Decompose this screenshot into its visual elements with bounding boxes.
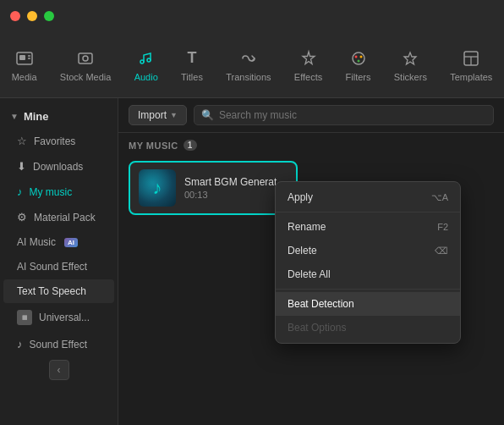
svg-point-10	[359, 55, 362, 58]
stickers-icon	[400, 48, 420, 69]
ctx-apply-shortcut: ⌥A	[431, 192, 448, 203]
sidebar-section-mine[interactable]: ▼ Mine	[0, 105, 118, 128]
sidebar-item-downloads[interactable]: ⬇ Downloads	[3, 154, 114, 179]
titles-icon: T	[182, 48, 202, 69]
music-thumbnail: ♪	[139, 169, 176, 207]
gear-icon: ⚙	[17, 211, 27, 224]
media-icon	[14, 48, 35, 69]
import-label: Import	[138, 109, 167, 121]
sidebar-item-universal[interactable]: ▦ Universal...	[3, 304, 114, 331]
svg-point-9	[354, 55, 357, 58]
ctx-delete-shortcut: ⌫	[435, 246, 448, 257]
sidebar-item-favorites-label: Favorites	[34, 135, 75, 147]
sidebar-item-my-music-label: My music	[30, 186, 73, 198]
chevron-down-icon: ▼	[10, 112, 19, 121]
svg-point-7	[147, 58, 151, 62]
nav-label-media: Media	[12, 72, 37, 82]
ctx-divider-1	[276, 212, 460, 212]
ctx-item-delete[interactable]: Delete ⌫	[276, 239, 460, 262]
search-box: 🔍	[194, 105, 494, 125]
nav-item-stock-media[interactable]: Stock Media	[50, 41, 122, 89]
ctx-delete-label: Delete	[288, 245, 317, 257]
nav-item-stickers[interactable]: Stickers	[384, 41, 437, 89]
svg-point-5	[83, 56, 88, 61]
filters-icon	[348, 48, 369, 69]
ctx-item-beat-options: Beat Options	[276, 316, 460, 339]
star-icon: ☆	[17, 135, 27, 147]
sidebar-item-my-music[interactable]: ♪ My music	[3, 179, 114, 204]
sidebar-section-label: Mine	[24, 110, 49, 123]
download-icon: ⬇	[17, 160, 26, 173]
nav-label-effects: Effects	[294, 72, 322, 82]
sidebar-item-ai-music-label: AI Music	[17, 236, 56, 248]
maximize-button[interactable]	[44, 11, 54, 21]
sidebar-item-ai-music[interactable]: AI Music AI	[3, 230, 114, 254]
sidebar-item-sound-effect[interactable]: ♪ Sound Effect	[3, 332, 114, 356]
nav-label-titles: Titles	[181, 72, 203, 82]
ctx-item-beat-detection[interactable]: Beat Detection	[276, 292, 460, 316]
nav-label-stock-media: Stock Media	[60, 72, 112, 82]
music-title: Smart BGM Generatio...	[184, 176, 288, 188]
nav-item-audio[interactable]: Audio	[124, 41, 168, 89]
ctx-divider-2	[276, 289, 460, 290]
sound-effect-icon: ♪	[17, 338, 23, 350]
ctx-apply-label: Apply	[288, 191, 313, 203]
audio-icon	[136, 48, 156, 69]
close-button[interactable]	[10, 11, 20, 21]
minimize-button[interactable]	[27, 11, 37, 21]
nav-label-stickers: Stickers	[394, 72, 427, 82]
ctx-item-apply[interactable]: Apply ⌥A	[276, 185, 460, 209]
effects-icon	[299, 48, 319, 69]
svg-point-8	[353, 52, 364, 64]
nav-item-transitions[interactable]: Transitions	[216, 41, 281, 89]
title-bar	[0, 0, 504, 32]
stock-media-icon	[75, 48, 96, 69]
ctx-item-delete-all[interactable]: Delete All	[276, 262, 460, 286]
nav-label-audio: Audio	[134, 72, 158, 82]
chevron-down-icon: ▼	[170, 111, 178, 119]
sidebar-item-material-pack[interactable]: ⚙ Material Pack	[3, 205, 114, 229]
music-list: ♪ Smart BGM Generatio... 00:13 Apply ⌥A …	[118, 157, 504, 218]
nav-item-filters[interactable]: Filters	[336, 41, 381, 89]
sidebar-item-text-to-speech[interactable]: Text To Speech	[3, 279, 114, 303]
music-item[interactable]: ♪ Smart BGM Generatio... 00:13	[129, 161, 298, 215]
transitions-icon	[238, 48, 259, 69]
nav-label-templates: Templates	[450, 72, 492, 82]
my-music-section-label: MY MUSIC 1	[118, 133, 504, 157]
ctx-beat-detection-label: Beat Detection	[288, 298, 354, 310]
music-duration: 00:13	[184, 190, 288, 200]
svg-rect-4	[79, 53, 92, 63]
music-info: Smart BGM Generatio... 00:13	[184, 176, 288, 200]
sidebar-item-sound-effect-label: Sound Effect	[30, 339, 88, 350]
nav-label-filters: Filters	[346, 72, 371, 82]
sidebar-item-universal-label: Universal...	[39, 312, 90, 323]
ai-badge: AI	[64, 238, 78, 247]
sidebar-collapse-button[interactable]: ‹	[49, 360, 69, 380]
ctx-item-rename[interactable]: Rename F2	[276, 215, 460, 239]
top-nav: Media Stock Media Audio T Titles Transit…	[0, 32, 504, 98]
music-note-icon: ♪	[17, 185, 23, 198]
sidebar-item-downloads-label: Downloads	[33, 161, 83, 173]
context-menu: Apply ⌥A Rename F2 Delete ⌫ Delete All B	[275, 181, 461, 344]
sidebar: ▼ Mine ☆ Favorites ⬇ Downloads ♪ My musi…	[0, 98, 118, 425]
svg-rect-1	[19, 55, 25, 60]
sidebar-item-ai-sound-effect[interactable]: AI Sound Effect	[3, 255, 114, 279]
sidebar-item-ai-sound-effect-label: AI Sound Effect	[17, 261, 87, 273]
nav-item-titles[interactable]: T Titles	[171, 41, 213, 89]
nav-item-media[interactable]: Media	[2, 41, 47, 89]
my-music-label-text: MY MUSIC	[129, 141, 178, 151]
nav-label-transitions: Transitions	[226, 72, 271, 82]
import-button[interactable]: Import ▼	[129, 105, 187, 125]
svg-point-11	[357, 59, 359, 62]
content-area: Import ▼ 🔍 MY MUSIC 1 ♪ Smart BGM Genera…	[118, 98, 504, 425]
sidebar-item-favorites[interactable]: ☆ Favorites	[3, 129, 114, 153]
svg-point-6	[140, 60, 144, 63]
search-icon: 🔍	[201, 109, 214, 121]
nav-item-templates[interactable]: Templates	[440, 41, 502, 89]
ctx-rename-label: Rename	[288, 221, 326, 233]
search-input[interactable]	[219, 109, 486, 121]
nav-item-effects[interactable]: Effects	[284, 41, 332, 89]
chevron-left-icon: ‹	[58, 364, 61, 376]
ctx-beat-options-label: Beat Options	[288, 322, 346, 334]
main-layout: ▼ Mine ☆ Favorites ⬇ Downloads ♪ My musi…	[0, 98, 504, 425]
